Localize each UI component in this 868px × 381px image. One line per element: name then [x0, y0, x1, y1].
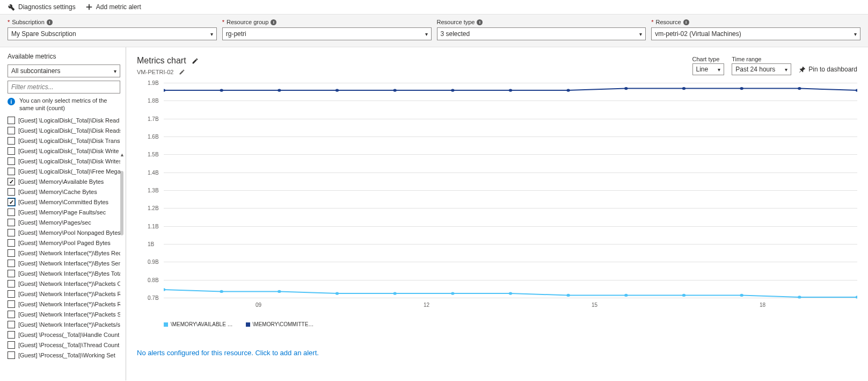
legend-swatch [246, 322, 250, 327]
checkbox[interactable] [8, 147, 15, 155]
checkbox[interactable] [8, 137, 15, 145]
metric-label: [Guest] \LogicalDisk(_Total)\Free Megaby… [18, 168, 120, 175]
legend-item[interactable]: \MEMORY\COMMITTE… [246, 321, 314, 327]
metric-item[interactable]: [Guest] \Network Interface(*)\Packets Se… [8, 310, 120, 320]
metric-label: [Guest] \Network Interface(*)\Packets Re… [18, 301, 120, 307]
checkbox[interactable] [8, 249, 15, 257]
metric-item[interactable]: [Guest] \LogicalDisk(_Total)\Disk Writes… [8, 156, 120, 167]
metric-item[interactable]: [Guest] \Network Interface(*)\Bytes Rece… [8, 248, 120, 258]
checkbox[interactable] [8, 331, 15, 339]
checkbox[interactable] [8, 280, 15, 287]
time-range-dropdown[interactable]: Past 24 hours▾ [732, 63, 791, 75]
svg-point-24 [798, 296, 801, 298]
checkbox[interactable] [8, 188, 15, 196]
subscription-dropdown[interactable]: My Spare Subscription▾ [8, 27, 217, 40]
diagnostics-settings-button[interactable]: Diagnostics settings [8, 3, 76, 11]
checkbox[interactable] [8, 157, 15, 165]
checkbox[interactable] [8, 117, 15, 124]
svg-point-12 [856, 89, 857, 91]
pin-to-dashboard-button[interactable]: Pin to dashboard [799, 63, 857, 75]
checkbox[interactable] [8, 270, 15, 277]
metric-list[interactable]: [Guest] \LogicalDisk(_Total)\Disk Read B… [8, 116, 120, 368]
metric-item[interactable]: [Guest] \Network Interface(*)\Packets Ou… [8, 279, 120, 289]
legend-swatch [164, 322, 168, 327]
y-axis-tick: 1.9B [148, 80, 159, 86]
metric-item[interactable]: [Guest] \Network Interface(*)\Packets Re… [8, 299, 120, 310]
diagnostics-settings-label: Diagnostics settings [18, 3, 76, 11]
y-axis-tick: 0.7B [148, 295, 159, 301]
resource-type-dropdown[interactable]: 3 selected▾ [437, 27, 646, 40]
metric-item[interactable]: [Guest] \LogicalDisk(_Total)\Disk Reads/… [8, 126, 120, 136]
filter-metrics-input[interactable] [8, 81, 120, 94]
svg-point-21 [624, 294, 628, 297]
y-axis-tick: 1.2B [148, 205, 159, 211]
legend-item[interactable]: \MEMORY\AVAILABLE … [164, 321, 233, 327]
metric-item[interactable]: [Guest] \Process(_Total)\Handle Count [8, 330, 120, 340]
metric-item[interactable]: [Guest] \Memory\Pages/sec [8, 218, 120, 228]
metric-item[interactable]: [Guest] \Memory\Committed Bytes [8, 197, 120, 207]
checkbox[interactable] [8, 209, 15, 216]
metric-label: [Guest] \Memory\Cache Bytes [18, 189, 97, 195]
metric-item[interactable]: [Guest] \Network Interface(*)\Packets Re… [8, 289, 120, 299]
edit-icon[interactable] [179, 69, 185, 75]
svg-point-15 [278, 290, 281, 293]
metric-item[interactable]: [Guest] \LogicalDisk(_Total)\Disk Write … [8, 146, 120, 156]
svg-point-23 [740, 294, 743, 297]
y-axis-tick: 1.5B [148, 152, 159, 157]
wrench-icon [8, 3, 15, 11]
checkbox[interactable] [8, 300, 15, 308]
add-metric-alert-button[interactable]: Add metric alert [85, 3, 141, 11]
metric-item[interactable]: [Guest] \Network Interface(*)\Bytes Tota… [8, 269, 120, 279]
checkbox[interactable] [8, 178, 15, 185]
subcontainers-dropdown[interactable]: All subcontainers▾ [8, 64, 120, 77]
svg-point-25 [856, 296, 857, 298]
metric-label: [Guest] \Network Interface(*)\Bytes Sent… [18, 260, 120, 267]
checkbox[interactable] [8, 168, 15, 175]
metric-label: [Guest] \Network Interface(*)\Packets Se… [18, 311, 120, 318]
y-axis-tick: 1.1B [148, 223, 159, 229]
svg-point-13 [164, 288, 165, 291]
metric-item[interactable]: [Guest] \LogicalDisk(_Total)\Free Megaby… [8, 167, 120, 177]
edit-icon[interactable] [192, 57, 199, 64]
resource-dropdown[interactable]: vm-petri-02 (Virtual Machines)▾ [651, 27, 860, 40]
resource-group-dropdown[interactable]: rg-petri▾ [222, 27, 432, 40]
metric-label: [Guest] \Memory\Available Bytes [18, 178, 104, 185]
metric-label: [Guest] \Process(_Total)\Thread Count [18, 342, 119, 348]
metric-item[interactable]: [Guest] \LogicalDisk(_Total)\Disk Read B… [8, 116, 120, 126]
svg-point-7 [566, 89, 570, 91]
metric-item[interactable]: [Guest] \Memory\Pool Nonpaged Bytes [8, 228, 120, 238]
chevron-down-icon: ▾ [854, 31, 857, 37]
metric-item[interactable]: [Guest] \Memory\Available Bytes [8, 177, 120, 187]
metric-item[interactable]: [Guest] \Network Interface(*)\Packets/se… [8, 320, 120, 330]
checkbox[interactable] [8, 321, 15, 328]
metric-label: [Guest] \LogicalDisk(_Total)\Disk Read B… [18, 117, 120, 124]
checkbox[interactable] [8, 290, 15, 298]
chevron-down-icon: ▾ [114, 68, 116, 74]
checkbox[interactable] [8, 341, 15, 349]
metric-item[interactable]: [Guest] \LogicalDisk(_Total)\Disk Transf… [8, 136, 120, 146]
checkbox[interactable] [8, 229, 15, 236]
svg-point-16 [335, 292, 339, 294]
metric-item[interactable]: [Guest] \Memory\Page Faults/sec [8, 207, 120, 218]
metric-item[interactable]: [Guest] \Memory\Cache Bytes [8, 187, 120, 197]
svg-point-3 [335, 89, 339, 91]
svg-point-9 [682, 87, 685, 90]
scroll-up-icon[interactable]: ▲ [120, 152, 125, 157]
info-icon: i [683, 19, 689, 25]
scrollbar-thumb[interactable] [120, 171, 123, 235]
checkbox[interactable] [8, 219, 15, 226]
metric-item[interactable]: [Guest] \Process(_Total)\Thread Count [8, 340, 120, 350]
resource-type-label: Resource typei [437, 19, 646, 25]
metric-item[interactable]: [Guest] \Memory\Pool Paged Bytes [8, 238, 120, 248]
checkbox[interactable] [8, 198, 15, 206]
checkbox[interactable] [8, 351, 15, 359]
checkbox[interactable] [8, 127, 15, 134]
checkbox[interactable] [8, 311, 15, 318]
add-alert-link[interactable]: No alerts configured for this resource. … [137, 349, 857, 357]
checkbox[interactable] [8, 260, 15, 267]
checkbox[interactable] [8, 239, 15, 247]
metric-item[interactable]: [Guest] \Process(_Total)\Working Set [8, 350, 120, 361]
metric-item[interactable]: [Guest] \Network Interface(*)\Bytes Sent… [8, 258, 120, 269]
y-axis-tick: 0.8B [148, 277, 159, 283]
chart-type-dropdown[interactable]: Line▾ [692, 63, 725, 75]
